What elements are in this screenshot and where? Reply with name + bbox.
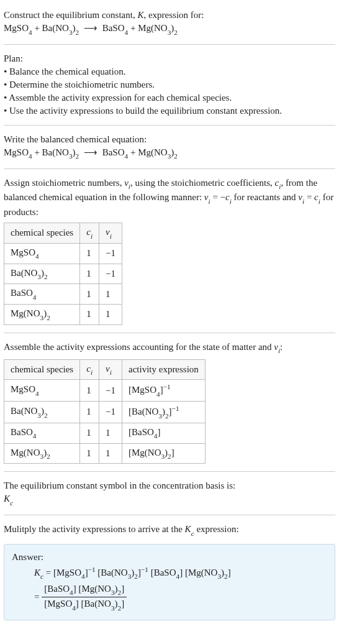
table-row: BaSO4 1 1 [BaSO4]: [4, 423, 206, 443]
symbol-section: The equilibrium constant symbol in the c…: [4, 476, 335, 511]
activity-heading: Assemble the activity expressions accoun…: [4, 341, 335, 356]
col-c: ci: [80, 359, 99, 380]
answer-content: Kc = [MgSO4]−1 [Ba(NO3)2]−1 [BaSO4] [Mg(…: [34, 565, 327, 612]
numerator: [BaSO4] [Mg(NO3)2]: [42, 582, 127, 598]
arrow-icon: ⟶: [79, 23, 102, 33]
table-row: MgSO4 1 −1 [MgSO4]−1: [4, 380, 206, 402]
plan-heading: Plan:: [4, 52, 335, 65]
divider: [4, 168, 335, 169]
balanced-heading: Write the balanced chemical equation:: [4, 133, 335, 146]
col-nu: νi: [99, 223, 122, 244]
activity-section: Assemble the activity expressions accoun…: [4, 337, 335, 468]
fraction: [BaSO4] [Mg(NO3)2] [MgSO4] [Ba(NO3)2]: [42, 582, 127, 613]
title-prefix: Construct the equilibrium constant,: [4, 10, 137, 20]
kc-symbol: Kc: [4, 492, 335, 507]
stoich-intro: Assign stoichiometric numbers, νi, using…: [4, 177, 335, 219]
kc-expanded: Kc = [MgSO4]−1 [Ba(NO3)2]−1 [BaSO4] [Mg(…: [34, 565, 327, 581]
plan-item: • Determine the stoichiometric numbers.: [4, 78, 335, 91]
plan-item: • Assemble the activity expression for e…: [4, 91, 335, 104]
divider: [4, 471, 335, 472]
table-row: Mg(NO3)2 1 1: [4, 305, 122, 325]
question-header: Construct the equilibrium constant, K, e…: [4, 5, 335, 40]
symbol-text: The equilibrium constant symbol in the c…: [4, 479, 335, 492]
table-header-row: chemical species ci νi activity expressi…: [4, 359, 206, 380]
table-row: Ba(NO3)2 1 −1 [Ba(NO3)2]−1: [4, 402, 206, 423]
title-k: K: [137, 10, 143, 20]
col-c: ci: [80, 223, 99, 244]
balanced-equation: MgSO4 + Ba(NO3)2 ⟶ BaSO4 + Mg(NO3)2: [4, 146, 335, 161]
kc-fraction: = [BaSO4] [Mg(NO3)2] [MgSO4] [Ba(NO3)2]: [34, 582, 327, 613]
col-species: chemical species: [4, 359, 80, 380]
table-row: Mg(NO3)2 1 1 [Mg(NO3)2]: [4, 443, 206, 464]
plan-item: • Balance the chemical equation.: [4, 65, 335, 78]
table-row: MgSO4 1 −1: [4, 243, 122, 264]
plan-item: • Use the activity expressions to build …: [4, 104, 335, 117]
plan-section: Plan: • Balance the chemical equation. •…: [4, 48, 335, 121]
answer-box: Answer: Kc = [MgSO4]−1 [Ba(NO3)2]−1 [BaS…: [4, 544, 335, 620]
col-nu: νi: [99, 359, 122, 380]
col-species: chemical species: [4, 223, 80, 244]
table-row: BaSO4 1 1: [4, 284, 122, 305]
stoich-section: Assign stoichiometric numbers, νi, using…: [4, 173, 335, 329]
divider: [4, 333, 335, 333]
answer-label: Answer:: [12, 551, 327, 564]
col-activity: activity expression: [122, 359, 205, 380]
table-header-row: chemical species ci νi: [4, 223, 122, 244]
activity-table: chemical species ci νi activity expressi…: [4, 359, 206, 464]
balanced-section: Write the balanced chemical equation: Mg…: [4, 129, 335, 165]
reaction-equation: MgSO4 + Ba(NO3)2 ⟶ BaSO4 + Mg(NO3)2: [4, 22, 335, 37]
denominator: [MgSO4] [Ba(NO3)2]: [42, 597, 127, 612]
title-suffix: , expression for:: [143, 10, 204, 20]
divider: [4, 515, 335, 515]
divider: [4, 125, 335, 126]
stoich-table: chemical species ci νi MgSO4 1 −1 Ba(NO3…: [4, 223, 122, 325]
table-row: Ba(NO3)2 1 −1: [4, 264, 122, 284]
multiply-section: Mulitply the activity expressions to arr…: [4, 519, 335, 541]
arrow-icon: ⟶: [79, 147, 102, 157]
divider: [4, 44, 335, 45]
